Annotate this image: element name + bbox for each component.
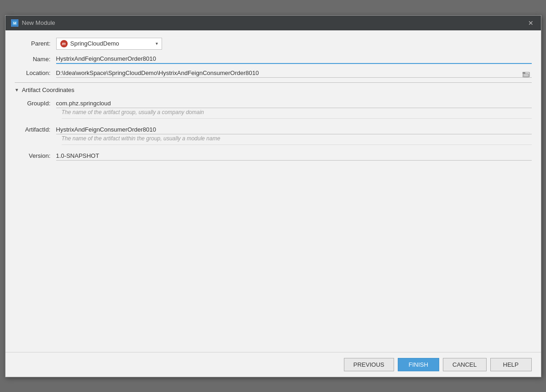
groupid-separator: [62, 118, 532, 119]
groupid-hint: The name of the artifact group, usually …: [62, 108, 532, 118]
groupid-label: GroupId:: [15, 100, 56, 107]
name-row: Name:: [15, 54, 532, 64]
artifactid-hint: The name of the artifact within the grou…: [62, 134, 532, 144]
help-button[interactable]: HELP: [490, 358, 532, 371]
parent-value: SpringCloudDemo: [70, 40, 153, 47]
previous-button[interactable]: PREVIOUS: [344, 358, 394, 371]
name-wrapper: [56, 54, 532, 64]
close-button[interactable]: ✕: [526, 18, 535, 28]
dialog-title: New Module: [22, 19, 55, 26]
artifactid-row: ArtifactId: HystrixAndFeignConsumerOrder…: [15, 125, 532, 145]
collapse-icon[interactable]: ▼: [15, 87, 19, 92]
finish-button[interactable]: FINISH: [398, 358, 439, 371]
groupid-row: GroupId: com.phz.springcloud The name of…: [15, 99, 532, 119]
artifactid-field-row: ArtifactId: HystrixAndFeignConsumerOrder…: [15, 125, 532, 134]
artifactid-value: HystrixAndFeignConsumerOrder8010: [56, 125, 532, 134]
location-label: Location:: [15, 69, 56, 76]
version-row: Version: 1.0-SNAPSHOT: [15, 151, 532, 161]
version-value: 1.0-SNAPSHOT: [56, 151, 532, 161]
maven-icon: m: [60, 40, 68, 47]
artifactid-separator: [62, 144, 532, 145]
browse-button[interactable]: [521, 69, 532, 80]
parent-select[interactable]: m SpringCloudDemo ▾: [56, 38, 162, 50]
svg-text:M: M: [13, 21, 16, 25]
artifact-section-label: Artifact Coordinates: [22, 86, 74, 93]
dialog-icon: M: [11, 19, 18, 27]
cancel-button[interactable]: CANCEL: [443, 358, 487, 371]
chevron-down-icon: ▾: [156, 41, 158, 46]
artifact-section-header: ▼ Artifact Coordinates: [15, 86, 532, 93]
dialog-body: Parent: m SpringCloudDemo ▾ Name: Locati…: [6, 30, 541, 352]
parent-row: Parent: m SpringCloudDemo ▾: [15, 38, 532, 50]
location-row: Location:: [15, 69, 532, 78]
parent-label: Parent:: [15, 40, 56, 47]
artifactid-label: ArtifactId:: [15, 126, 56, 133]
location-wrapper: [56, 69, 532, 78]
groupid-field-row: GroupId: com.phz.springcloud: [15, 99, 532, 108]
location-input[interactable]: [56, 69, 532, 78]
title-bar: M New Module ✕: [6, 16, 541, 30]
title-bar-left: M New Module: [11, 19, 55, 27]
name-label: Name:: [15, 56, 56, 63]
dialog-footer: PREVIOUS FINISH CANCEL HELP: [6, 352, 541, 377]
separator-1: [15, 82, 532, 83]
new-module-dialog: M New Module ✕ Parent: m SpringCloudDemo…: [5, 15, 541, 377]
groupid-value: com.phz.springcloud: [56, 99, 532, 108]
svg-rect-4: [523, 74, 529, 77]
name-input[interactable]: [56, 54, 532, 64]
version-label: Version:: [15, 152, 56, 159]
content-area: [15, 161, 532, 345]
